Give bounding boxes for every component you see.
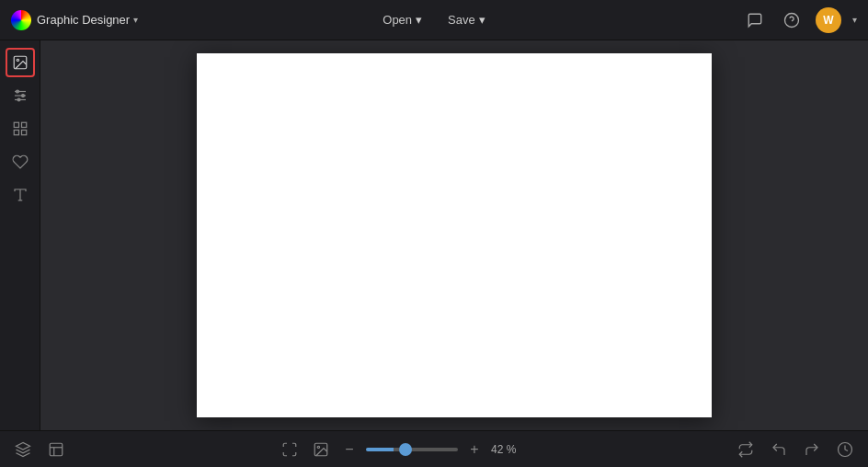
sidebar-item-favorites[interactable] [6,147,35,177]
layout-icon [48,441,64,458]
redo-button[interactable] [800,438,824,461]
chat-icon [747,12,763,28]
svg-point-21 [317,446,319,448]
save-button[interactable]: Save ▾ [439,9,495,30]
layout-button[interactable] [44,438,68,461]
history-button[interactable] [833,438,857,461]
canvas-document [197,53,712,417]
zoom-plus-button[interactable]: + [465,441,484,458]
svg-point-8 [21,95,24,97]
svg-rect-13 [21,131,26,135]
layers-icon [15,441,31,458]
undo-button[interactable] [767,438,791,461]
svg-point-3 [17,59,18,61]
undo-icon [771,441,787,458]
text-icon [12,187,29,203]
user-avatar[interactable]: W [816,7,841,33]
bottom-bar: − + 42 % [0,430,868,467]
bottom-left [11,438,68,461]
user-initial: W [823,14,833,27]
open-label: Open [383,13,412,27]
svg-rect-11 [21,122,26,127]
header-left: Graphic Designer ▾ [11,10,373,30]
open-button[interactable]: Open ▾ [373,9,431,30]
bottom-right [734,438,857,461]
image-size-button[interactable] [309,438,333,461]
repeat-button[interactable] [734,438,758,461]
help-icon-button[interactable] [779,7,805,33]
history-icon [837,441,853,458]
zoom-label: 42 % [491,443,524,456]
images-icon [12,54,29,71]
fit-screen-button[interactable] [278,438,302,461]
chat-icon-button[interactable] [742,7,768,33]
svg-point-9 [17,98,20,101]
repeat-icon [737,441,754,458]
user-dropdown-chevron[interactable]: ▾ [852,15,857,25]
image-size-icon [313,441,329,458]
grid-icon [12,120,29,137]
help-icon [783,12,800,28]
redo-icon [804,441,820,458]
open-chevron: ▾ [416,13,422,27]
svg-rect-17 [50,443,63,456]
sidebar-item-text[interactable] [6,180,35,210]
left-sidebar [0,40,40,430]
top-header: Graphic Designer ▾ Open ▾ Save ▾ W [0,0,868,40]
app-logo [11,10,31,30]
sidebar-item-adjustments[interactable] [6,81,35,110]
save-chevron: ▾ [479,13,485,27]
app-title-button[interactable]: Graphic Designer ▾ [37,13,138,27]
svg-rect-12 [14,131,18,135]
adjustments-icon [12,87,29,104]
app-title-chevron: ▾ [133,15,138,25]
svg-marker-16 [17,442,30,450]
svg-point-7 [16,90,18,93]
app-title-label: Graphic Designer [37,13,130,27]
main-area [0,40,868,430]
fit-screen-icon [281,441,298,458]
favorites-icon [12,154,29,170]
svg-point-0 [785,13,799,27]
canvas-area[interactable] [40,40,868,430]
svg-rect-10 [14,122,18,127]
save-label: Save [448,13,475,27]
sidebar-item-grid[interactable] [6,114,35,143]
zoom-minus-button[interactable]: − [340,441,359,458]
sidebar-item-images[interactable] [6,48,35,77]
layers-button[interactable] [11,438,35,461]
zoom-slider[interactable] [366,448,458,451]
header-center: Open ▾ Save ▾ [373,9,494,30]
header-right: W ▾ [495,7,857,33]
bottom-center: − + 42 % [68,438,734,461]
